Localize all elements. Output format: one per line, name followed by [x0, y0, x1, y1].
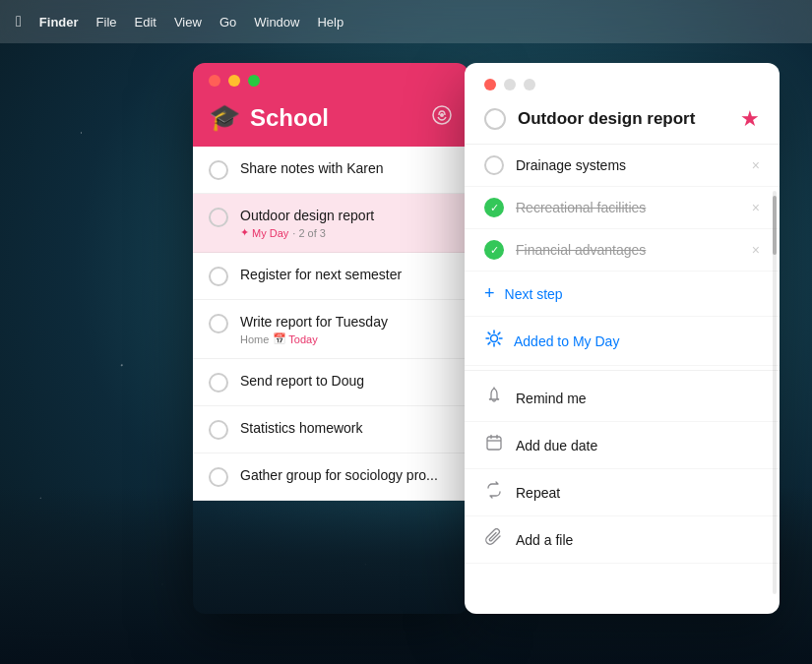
- task-checkbox-send-report[interactable]: [209, 373, 228, 392]
- window-menu[interactable]: Window: [254, 15, 299, 30]
- svg-point-2: [491, 335, 498, 342]
- share-icon[interactable]: [431, 104, 453, 131]
- task-title-send-report: Send report to Doug: [240, 372, 453, 390]
- repeat-option[interactable]: Repeat: [465, 469, 780, 516]
- calendar-small-icon: 📅: [273, 332, 286, 345]
- subtask-close-drainage[interactable]: ×: [752, 157, 760, 173]
- subtask-checkbox-drainage[interactable]: [484, 155, 504, 175]
- file-menu[interactable]: File: [96, 15, 117, 30]
- subtask-financial[interactable]: ✓ Financial advantages ×: [465, 229, 780, 272]
- task-item-gather-group[interactable]: Gather group for sociology pro...: [193, 453, 468, 501]
- task-checkbox-outdoor-design[interactable]: [209, 208, 228, 227]
- task-checkbox-write-report[interactable]: [209, 314, 228, 333]
- star-icon[interactable]: ★: [740, 106, 760, 132]
- divider: [465, 370, 780, 371]
- added-to-my-day-row[interactable]: Added to My Day: [465, 317, 780, 366]
- svg-point-1: [440, 113, 444, 117]
- task-item-write-report[interactable]: Write report for Tuesday Home 📅 Today: [193, 300, 468, 359]
- detail-title-row: Outdoor design report ★: [484, 106, 760, 132]
- subtask-checkbox-financial[interactable]: ✓: [484, 240, 504, 260]
- task-subtitle-outdoor-design: ✦ My Day · 2 of 3: [240, 226, 453, 239]
- detail-header: Outdoor design report ★: [465, 63, 780, 145]
- task-content-send-report: Send report to Doug: [240, 372, 453, 390]
- add-file-label: Add a file: [516, 532, 573, 548]
- school-title: 🎓 School: [209, 102, 329, 133]
- task-title-gather-group: Gather group for sociology pro...: [240, 466, 453, 484]
- detail-close-button[interactable]: [484, 79, 496, 91]
- maximize-button[interactable]: [248, 75, 260, 87]
- task-content-write-report: Write report for Tuesday Home 📅 Today: [240, 313, 453, 345]
- subtask-drainage[interactable]: Drainage systems ×: [465, 145, 780, 187]
- task-content-register: Register for next semester: [240, 266, 453, 283]
- task-content-gather-group: Gather group for sociology pro...: [240, 466, 453, 484]
- sun-small-icon: ✦: [240, 226, 249, 239]
- remind-me-option[interactable]: Remind me: [465, 375, 780, 422]
- help-menu[interactable]: Help: [317, 15, 344, 30]
- view-menu[interactable]: View: [174, 15, 202, 30]
- graduation-icon: 🎓: [209, 102, 240, 133]
- subtask-recreational[interactable]: ✓ Recreational facilities ×: [465, 187, 780, 229]
- my-day-sun-icon: [484, 329, 504, 353]
- detail-main-checkbox[interactable]: [484, 108, 506, 130]
- task-content-statistics: Statistics homework: [240, 419, 453, 437]
- svg-line-9: [498, 332, 500, 334]
- detail-scrollbar[interactable]: [773, 191, 777, 594]
- task-title-outdoor-design: Outdoor design report: [240, 207, 453, 224]
- task-item-statistics[interactable]: Statistics homework: [193, 406, 468, 453]
- close-button[interactable]: [209, 75, 220, 87]
- task-checkbox-register[interactable]: [209, 267, 228, 286]
- subtask-title-financial: Financial advantages: [516, 242, 740, 258]
- menubar:  Finder File Edit View Go Window Help: [0, 0, 812, 43]
- svg-rect-12: [487, 437, 501, 450]
- add-file-option[interactable]: Add a file: [465, 516, 780, 564]
- edit-menu[interactable]: Edit: [135, 15, 156, 30]
- task-item-send-report[interactable]: Send report to Doug: [193, 359, 468, 406]
- add-step-button[interactable]: + Next step: [465, 272, 780, 317]
- subtask-close-financial[interactable]: ×: [752, 242, 760, 258]
- detail-maximize-button[interactable]: [524, 79, 535, 91]
- subtask-checkbox-recreational[interactable]: ✓: [484, 198, 504, 217]
- subtask-title-recreational: Recreational facilities: [516, 200, 740, 215]
- task-checkbox-share-notes[interactable]: [209, 160, 228, 180]
- school-window: 🎓 School Share notes with Karen: [193, 63, 468, 614]
- task-content-outdoor-design: Outdoor design report ✦ My Day · 2 of 3: [240, 207, 453, 239]
- paperclip-icon: [484, 528, 504, 551]
- remind-me-label: Remind me: [516, 391, 587, 406]
- go-menu[interactable]: Go: [219, 15, 236, 30]
- task-content-share-notes: Share notes with Karen: [240, 159, 453, 177]
- school-title-text: School: [250, 104, 329, 132]
- svg-line-7: [488, 332, 490, 334]
- subtask-title-drainage: Drainage systems: [516, 157, 740, 173]
- detail-task-title: Outdoor design report: [518, 109, 728, 129]
- task-item-outdoor-design[interactable]: Outdoor design report ✦ My Day · 2 of 3: [193, 194, 468, 253]
- detail-scrollbar-thumb[interactable]: [773, 196, 777, 255]
- detail-window-controls: [484, 79, 760, 91]
- calendar-icon: [484, 434, 504, 456]
- subtask-close-recreational[interactable]: ×: [752, 200, 760, 215]
- task-title-register: Register for next semester: [240, 266, 453, 283]
- school-header: 🎓 School: [193, 63, 468, 147]
- add-due-date-option[interactable]: Add due date: [465, 422, 780, 469]
- home-text: Home: [240, 333, 269, 345]
- repeat-icon: [484, 481, 504, 504]
- task-title-statistics: Statistics homework: [240, 419, 453, 437]
- task-title-write-report: Write report for Tuesday: [240, 313, 453, 331]
- task-checkbox-statistics[interactable]: [209, 420, 228, 440]
- add-step-label: Next step: [505, 286, 563, 302]
- minimize-button[interactable]: [228, 75, 240, 87]
- task-count: · 2 of 3: [292, 227, 326, 239]
- svg-line-8: [498, 342, 500, 344]
- plus-icon: +: [484, 283, 495, 304]
- school-task-list: Share notes with Karen Outdoor design re…: [193, 147, 468, 501]
- detail-list: Drainage systems × ✓ Recreational facili…: [465, 145, 780, 614]
- repeat-label: Repeat: [516, 485, 560, 501]
- detail-minimize-button[interactable]: [504, 79, 516, 91]
- apple-menu[interactable]: : [16, 13, 22, 30]
- task-title-share-notes: Share notes with Karen: [240, 159, 453, 177]
- today-text: Today: [288, 333, 317, 345]
- finder-menu[interactable]: Finder: [39, 15, 79, 30]
- task-item-share-notes[interactable]: Share notes with Karen: [193, 147, 468, 194]
- detail-panel: Outdoor design report ★ Drainage systems…: [465, 63, 780, 614]
- task-checkbox-gather-group[interactable]: [209, 467, 228, 487]
- task-item-register[interactable]: Register for next semester: [193, 253, 468, 300]
